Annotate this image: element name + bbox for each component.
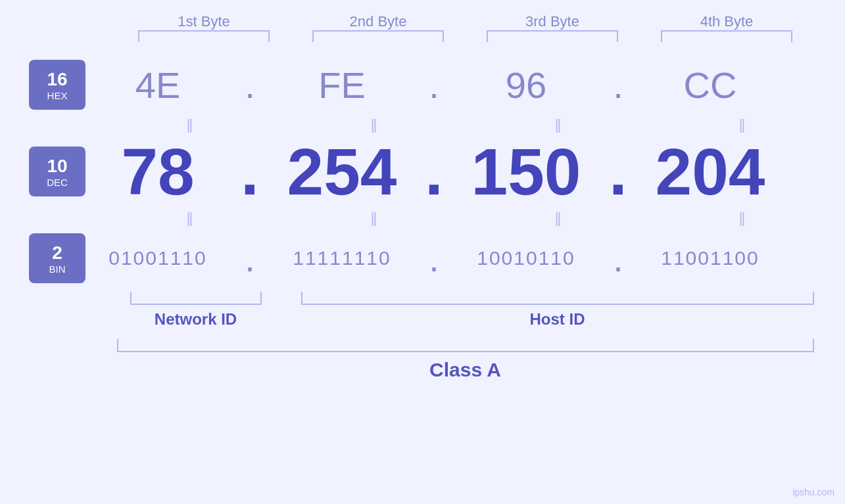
hex-byte-1: 4E <box>92 64 224 106</box>
host-id-label: Host ID <box>301 310 814 329</box>
bin-dot-1: . <box>237 237 263 280</box>
byte-label-1: 1st Byte <box>125 13 283 30</box>
bin-dot-2: . <box>421 237 447 280</box>
dec-dot-1: . <box>237 134 263 210</box>
dec-byte-3: 150 <box>460 134 592 210</box>
byte-label-3: 3rd Byte <box>473 13 631 30</box>
equals-row-1: || || || || <box>117 114 814 135</box>
byte-labels-row: 1st Byte 2nd Byte 3rd Byte 4th Byte <box>117 13 814 30</box>
bracket-4 <box>661 30 792 42</box>
hex-row-wrapper: 16 HEX 4E . FE . 96 . CC <box>0 55 845 114</box>
bin-byte-2: 11111110 <box>276 247 408 269</box>
hex-dot-1: . <box>237 64 263 106</box>
bin-row-wrapper: 2 BIN 01001110 . 11111110 . 10010110 . 1… <box>0 229 845 288</box>
class-bracket <box>117 339 814 352</box>
dec-row: 78 . 254 . 150 . 204 <box>0 135 783 208</box>
id-brackets <box>117 290 814 305</box>
bracket-2 <box>312 30 444 42</box>
main-container: 1st Byte 2nd Byte 3rd Byte 4th Byte 16 H… <box>0 0 845 504</box>
bin-byte-3: 10010110 <box>460 247 592 269</box>
eq2: || <box>308 116 439 133</box>
hex-dot-2: . <box>421 64 447 106</box>
eq8: || <box>676 210 808 227</box>
bin-values: 01001110 . 11111110 . 10010110 . 1100110… <box>85 237 783 280</box>
bracket-1 <box>138 30 270 42</box>
hex-row: 4E . FE . 96 . CC <box>0 55 783 114</box>
eq7: || <box>492 210 623 227</box>
bracket-3 <box>487 30 618 42</box>
hex-dot-3: . <box>605 64 631 106</box>
byte-label-2: 2nd Byte <box>299 13 457 30</box>
class-label: Class A <box>429 359 501 381</box>
network-id-label: Network ID <box>117 310 275 329</box>
id-section: Network ID Host ID <box>117 290 814 329</box>
bin-byte-1: 01001110 <box>92 247 224 269</box>
dec-dot-2: . <box>421 134 447 210</box>
eq3: || <box>492 116 623 133</box>
watermark: ipshu.com <box>792 487 834 497</box>
eq5: || <box>124 210 255 227</box>
dec-values: 78 . 254 . 150 . 204 <box>85 134 783 210</box>
eq6: || <box>308 210 439 227</box>
class-section: Class A <box>117 339 814 381</box>
bin-byte-4: 11001100 <box>644 247 776 269</box>
eq1: || <box>124 116 255 133</box>
bin-row: 01001110 . 11111110 . 10010110 . 1100110… <box>0 229 783 288</box>
byte-label-4: 4th Byte <box>648 13 806 30</box>
dec-row-wrapper: 10 DEC 78 . 254 . 150 . 204 <box>0 135 845 208</box>
top-brackets <box>117 30 814 42</box>
dec-byte-2: 254 <box>276 134 408 210</box>
dec-dot-3: . <box>605 134 631 210</box>
bin-dot-3: . <box>605 237 631 280</box>
network-bracket <box>130 292 262 305</box>
dec-byte-1: 78 <box>92 134 224 210</box>
hex-byte-3: 96 <box>460 64 592 106</box>
hex-byte-4: CC <box>644 64 776 106</box>
eq4: || <box>676 116 808 133</box>
equals-row-2: || || || || <box>117 208 814 229</box>
host-bracket <box>301 292 814 305</box>
id-labels: Network ID Host ID <box>117 310 814 329</box>
dec-byte-4: 204 <box>644 134 776 210</box>
hex-values: 4E . FE . 96 . CC <box>85 64 783 106</box>
hex-byte-2: FE <box>276 64 408 106</box>
